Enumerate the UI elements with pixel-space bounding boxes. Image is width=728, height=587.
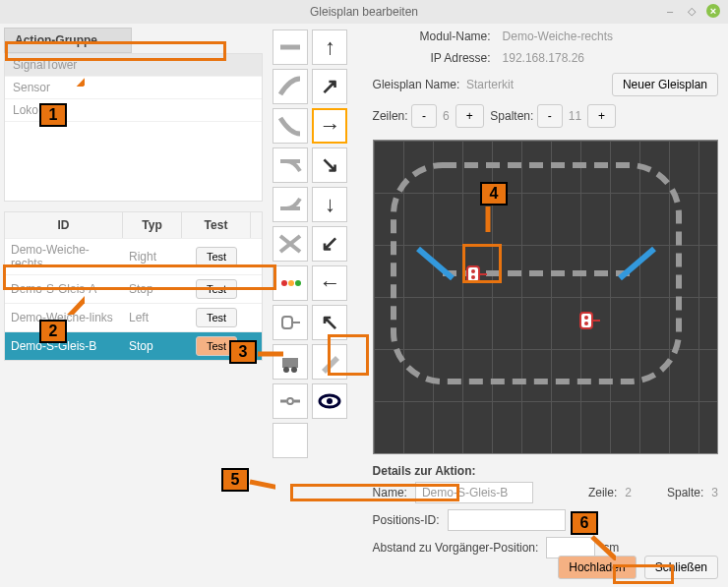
plan-value: Starterkit [466,78,514,91]
toolbox: ↑ ↗ → ↘ ↓ ↙ ← ↖ [267,24,362,587]
plan-label: Gleisplan Name: [373,78,460,91]
pos-input[interactable] [448,509,566,531]
curve-br-icon[interactable] [273,108,308,144]
callout-4: 4 [480,182,508,205]
close-icon[interactable]: × [706,4,720,18]
zeilen-label: Zeilen: [373,109,408,123]
callout-5: 5 [221,468,249,492]
svg-point-7 [295,280,301,286]
minimize-icon[interactable]: – [663,4,677,18]
test-button[interactable]: Test [196,247,237,266]
svg-point-14 [287,398,293,404]
svg-point-5 [281,280,287,286]
svg-line-35 [592,537,616,560]
maximize-icon[interactable]: ◇ [685,4,698,18]
ip-value: 192.168.178.26 [503,51,584,65]
svg-line-34 [250,482,275,490]
callout-3: 3 [229,340,257,364]
table-row[interactable]: Demo-Weiche-rechts Right Test [5,238,262,274]
zeile-value: 2 [625,486,632,499]
test-button[interactable]: Test [196,308,237,327]
zeile-label: Zeile: [588,486,617,499]
svg-point-17 [327,398,333,404]
arrow-nw-icon[interactable]: ↖ [312,305,347,340]
arrow-se-icon[interactable]: ↘ [312,147,347,183]
zeilen-minus[interactable]: - [411,104,437,128]
modul-label: Modul-Name: [373,29,491,43]
col-test[interactable]: Test [182,212,251,238]
arrow-right-icon[interactable]: → [312,108,347,144]
track-horizontal-icon[interactable] [273,29,308,65]
arrow-ne-icon[interactable]: ↗ [312,69,347,104]
svg-point-6 [288,280,294,286]
svg-line-20 [418,249,453,278]
spalten-value: 11 [569,109,581,123]
action-group-list: SignalTower Sensor Loko [4,53,263,202]
spalte-value: 3 [711,486,718,499]
ip-label: IP Adresse: [373,51,491,65]
test-button[interactable]: Test [196,279,237,299]
svg-point-11 [283,367,289,373]
name-value: Demo-S-Gleis-B [415,482,533,503]
switch-down-icon[interactable] [273,147,308,183]
callout-2: 2 [39,320,67,343]
arrow-up-icon[interactable]: ↑ [312,29,347,65]
empty-icon[interactable] [273,423,308,458]
svg-point-12 [291,367,297,373]
zeilen-value: 6 [443,109,450,123]
pos-label: Positions-ID: [373,513,440,527]
svg-point-24 [471,275,475,279]
callout-6: 6 [571,511,598,535]
zeilen-plus[interactable]: + [455,104,484,128]
svg-point-27 [584,316,588,320]
svg-line-31 [63,291,85,315]
action-group-header: Action-Gruppe [4,28,132,53]
pencil-icon[interactable] [312,344,347,380]
signal-icon[interactable] [273,305,308,340]
svg-rect-22 [467,266,479,282]
svg-point-23 [471,269,475,273]
traffic-light-icon[interactable] [273,265,308,301]
svg-line-21 [620,249,654,278]
spalten-minus[interactable]: - [537,104,563,128]
col-id[interactable]: ID [5,212,123,238]
cross-icon[interactable] [273,226,308,262]
spalten-plus[interactable]: + [587,104,616,128]
svg-rect-26 [580,313,592,328]
arrow-sw-icon[interactable]: ↙ [312,226,347,262]
switch-up-icon[interactable] [273,187,308,222]
arrow-left-icon[interactable]: ← [312,265,347,301]
table-row[interactable]: Demo-S-Gleis-A Stop Test [5,274,262,303]
details-header: Details zur Aktion: [373,464,718,478]
new-plan-button[interactable]: Neuer Gleisplan [612,73,718,96]
close-button[interactable]: Schließen [644,556,718,579]
window-title: Gleisplan bearbeiten [310,5,418,19]
callout-1: 1 [39,103,67,127]
track-grid[interactable]: document.write(Array.from({length:12},(_… [373,140,718,454]
spalte-label: Spalte: [667,486,703,499]
curve-tr-icon[interactable] [273,69,308,104]
arrow-down-icon[interactable]: ↓ [312,187,347,222]
group-sensor[interactable]: Sensor [5,77,262,99]
svg-point-28 [584,322,588,325]
col-typ[interactable]: Typ [123,212,182,238]
svg-rect-8 [282,317,292,328]
abstand-label: Abstand zu Vorgänger-Position: [373,541,539,555]
group-signaltower[interactable]: SignalTower [5,54,262,77]
spalten-label: Spalten: [490,109,533,123]
svg-rect-10 [282,358,298,368]
svg-line-30 [63,63,85,87]
eye-icon[interactable] [312,383,347,419]
modul-value: Demo-Weiche-rechts [503,29,613,43]
decouple-icon[interactable] [273,383,308,419]
name-label: Name: [373,486,407,499]
